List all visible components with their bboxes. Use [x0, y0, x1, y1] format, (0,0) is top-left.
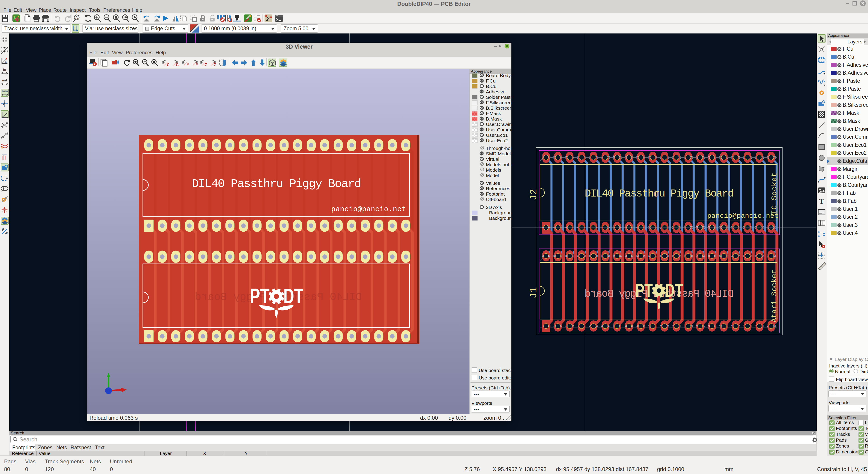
svg-text:A: A — [75, 16, 78, 20]
svg-text:T: T — [819, 197, 824, 205]
svg-text:θ: θ — [5, 61, 6, 63]
svg-text:Y: Y — [187, 63, 189, 67]
svg-text:G: G — [176, 63, 179, 67]
svg-text:in: in — [3, 68, 6, 71]
svg-text:Z: Z — [205, 63, 207, 67]
svg-text:PT: PT — [250, 285, 270, 307]
svg-text:C: C — [167, 63, 169, 67]
svg-text:Y: Y — [196, 63, 198, 67]
svg-text:DIL40 Passthru Piggy Board: DIL40 Passthru Piggy Board — [192, 177, 361, 190]
svg-text:DT: DT — [283, 285, 303, 307]
svg-text:mil: mil — [2, 78, 7, 82]
svg-text:mm: mm — [2, 89, 8, 93]
svg-text:Z: Z — [214, 63, 216, 67]
svg-text:pancio@pancio.net: pancio@pancio.net — [331, 205, 406, 213]
svg-text:r: r — [2, 57, 3, 60]
